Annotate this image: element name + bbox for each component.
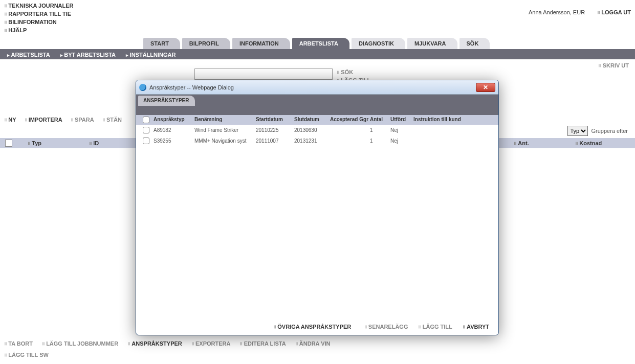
user-name: Anna Andersson, EUR [529, 9, 585, 15]
dialog-select-all[interactable] [143, 117, 149, 123]
table-row[interactable]: S39255 MMM+ Navigation syst 20111007 201… [136, 135, 498, 146]
dialog-table-header: Anspråkstyp Benämning Startdatum Slutdat… [136, 115, 498, 125]
left-menu: TEKNISKA JOURNALER RAPPORTERA TILL TIE B… [4, 2, 74, 35]
sub-nav: ARBETSLISTA BYT ARBETSLISTA INSTÄLLNINGA… [0, 50, 635, 59]
bottom-anspr[interactable]: ANSPRÅKSTYPER [127, 340, 182, 347]
dcol-antal[interactable]: Antal [370, 117, 390, 123]
row-ed: 20130630 [294, 127, 330, 133]
group-select[interactable]: Typ [567, 126, 588, 136]
close-icon[interactable]: ✕ [476, 83, 495, 92]
row-utf: Nej [390, 138, 413, 144]
action-ny[interactable]: NY [4, 117, 16, 123]
row-utf: Nej [390, 127, 413, 133]
skriv-ut-link[interactable]: SKRIV UT [598, 62, 629, 69]
dcol-sd[interactable]: Startdatum [256, 117, 294, 123]
row-typ: A89182 [154, 127, 194, 133]
action-stang[interactable]: STÄN [102, 117, 122, 123]
search-input[interactable] [194, 69, 333, 80]
dlg-senare[interactable]: SENARELÄGG [364, 324, 408, 330]
tab-arbetslista[interactable]: ARBETSLISTA [292, 38, 349, 49]
ansprakstyper-dialog: Anspråkstyper -- Webpage Dialog ✕ ANSPRÅ… [136, 80, 499, 335]
bottom-laggjob[interactable]: LÄGG TILL JOBBNUMMER [42, 340, 118, 347]
col-kost[interactable]: Kostnad [575, 140, 621, 146]
dlg-avbryt[interactable]: AVBRYT [463, 324, 489, 330]
table-row[interactable]: A89182 Wind Frame Striker 20110225 20130… [136, 125, 498, 135]
dialog-title: Anspråkstyper -- Webpage Dialog [149, 84, 234, 90]
col-typ[interactable]: Typ [28, 140, 74, 146]
menu-bilinformation[interactable]: BILINFORMATION [4, 18, 74, 27]
subnav-byt[interactable]: BYT ARBETSLISTA [60, 52, 116, 58]
action-spara[interactable]: SPARA [71, 117, 94, 123]
bottom-andra[interactable]: ÄNDRA VIN [295, 340, 331, 347]
dcol-ed[interactable]: Slutdatum [294, 117, 330, 123]
dcol-typ[interactable]: Anspråkstyp [154, 117, 194, 123]
action-importera[interactable]: IMPORTERA [25, 117, 62, 123]
tab-sok[interactable]: SÖK [459, 38, 490, 49]
row-ed: 20131231 [294, 138, 330, 144]
bottom-tabort[interactable]: TA BORT [4, 340, 33, 347]
subnav-arbetslista[interactable]: ARBETSLISTA [7, 52, 50, 58]
row-checkbox[interactable] [143, 138, 149, 144]
menu-hjalp[interactable]: HJÄLP [4, 27, 74, 35]
tab-information[interactable]: INFORMATION [232, 38, 290, 49]
ie-icon [139, 84, 146, 91]
sok-link[interactable]: SÖK [337, 69, 370, 77]
bottom-editera[interactable]: EDITERA LISTA [239, 340, 286, 347]
select-all-checkbox[interactable] [5, 140, 12, 147]
row-ben: MMM+ Navigation syst [194, 138, 256, 144]
tab-mjukvara[interactable]: MJUKVARA [407, 38, 457, 49]
row-antal: 1 [370, 127, 390, 133]
tab-bilprofil[interactable]: BILPROFIL [182, 38, 230, 49]
tab-diagnostik[interactable]: DIAGNOSTIK [352, 38, 405, 49]
row-sd: 20110225 [256, 127, 294, 133]
bottom-export[interactable]: EXPORTERA [191, 340, 231, 347]
logout-link[interactable]: LOGGA UT [597, 9, 631, 15]
dcol-ben[interactable]: Benämning [194, 117, 256, 123]
dcol-utf[interactable]: Utförd [390, 117, 413, 123]
group-label: Gruppera efter [591, 128, 628, 134]
menu-rapportera[interactable]: RAPPORTERA TILL TIE [4, 10, 74, 18]
subnav-installningar[interactable]: INSTÄLLNINGAR [126, 52, 176, 58]
menu-tekniska[interactable]: TEKNISKA JOURNALER [4, 2, 74, 10]
row-typ: S39255 [154, 138, 194, 144]
row-antal: 1 [370, 138, 390, 144]
dlg-lagg[interactable]: LÄGG TILL [418, 324, 452, 330]
row-checkbox[interactable] [143, 127, 149, 133]
dcol-inst[interactable]: Instruktion till kund [413, 117, 465, 123]
dialog-tab-ansprakstyper[interactable]: ANSPRÅKSTYPER [138, 96, 195, 106]
dlg-ovriga[interactable]: ÖVRIGA ANSPRÅKSTYPER [273, 324, 351, 330]
row-sd: 20111007 [256, 138, 294, 144]
main-tabs: START BILPROFIL INFORMATION ARBETSLISTA … [0, 38, 635, 50]
tab-start[interactable]: START [143, 38, 180, 49]
col-ant[interactable]: Ant. [514, 140, 560, 146]
bottom-laggsw[interactable]: LÄGG TILL SW [4, 352, 49, 358]
dcol-acc[interactable]: Accepterad Ggr [330, 117, 370, 123]
row-ben: Wind Frame Striker [194, 127, 256, 133]
